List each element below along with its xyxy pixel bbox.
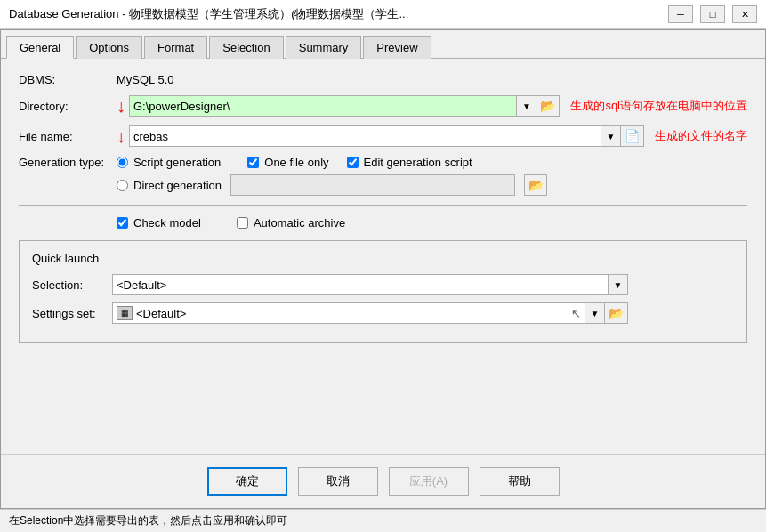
quick-launch-title: Quick launch (32, 252, 734, 265)
direct-generation-row: Direct generation 📂 (117, 174, 547, 196)
direct-generation-radio[interactable] (117, 180, 128, 191)
script-generation-radio[interactable] (117, 157, 128, 168)
ql-settings-input-wrap: ▦ <Default> ↖ ▼ 📂 (112, 302, 628, 324)
apply-button[interactable]: 应用(A) (389, 467, 469, 496)
tab-bar: General Options Format Selection Summary… (1, 30, 765, 59)
tab-general[interactable]: General (6, 36, 74, 59)
generation-type-label: Generation type: (19, 156, 117, 169)
check-model-label: Check model (133, 216, 201, 230)
settings-icon: ▦ (117, 306, 133, 320)
ql-selection-label: Selection: (32, 278, 112, 292)
filename-label: File name: (19, 130, 117, 143)
help-button[interactable]: 帮助 (480, 467, 560, 496)
directory-input-group: ▼ 📂 (129, 95, 560, 117)
tab-selection[interactable]: Selection (209, 36, 283, 59)
script-checkboxes: One file only Edit generation script (247, 156, 472, 169)
one-file-only-checkbox[interactable] (247, 157, 259, 168)
window-controls: ─ □ ✕ (668, 5, 757, 23)
directory-browse-button[interactable]: 📂 (536, 95, 560, 117)
direct-generation-input[interactable] (230, 174, 515, 196)
directory-row: Directory: ↓ ▼ 📂 生成的sql语句存放在电脑中的位置 (19, 95, 747, 117)
generation-type-options: Script generation One file only Edit gen… (117, 156, 547, 196)
ql-settings-browse-button[interactable]: 📂 (605, 302, 628, 324)
automatic-archive-label: Automatic archive (254, 216, 345, 230)
ok-button[interactable]: 确定 (207, 467, 287, 496)
automatic-archive-checkbox[interactable] (237, 217, 248, 229)
ql-settings-dropdown-button[interactable]: ▼ (585, 302, 605, 324)
filename-input-group: ▼ 📄 (129, 125, 644, 147)
dialog: General Options Format Selection Summary… (0, 29, 766, 509)
filename-input[interactable] (129, 125, 601, 147)
edit-generation-script-label: Edit generation script (364, 156, 472, 169)
one-file-only-label: One file only (264, 156, 328, 169)
window-title: Database Generation - 物理数据模型（学生管理系统）(物理数… (9, 6, 408, 22)
dbms-row: DBMS: MySQL 5.0 (19, 73, 747, 86)
tab-format[interactable]: Format (144, 36, 207, 59)
automatic-archive-item: Automatic archive (237, 216, 345, 230)
edit-gen-script-item: Edit generation script (347, 156, 472, 169)
directory-note: 生成的sql语句存放在电脑中的位置 (570, 98, 747, 114)
minimize-button[interactable]: ─ (668, 5, 693, 23)
script-generation-label: Script generation (133, 156, 221, 169)
dbms-value: MySQL 5.0 (117, 73, 174, 86)
ql-selection-input[interactable] (112, 274, 609, 295)
filename-dropdown-button[interactable]: ▼ (601, 125, 621, 147)
ql-settings-value: <Default> (136, 307, 186, 320)
tab-options[interactable]: Options (76, 36, 142, 59)
close-button[interactable]: ✕ (732, 5, 757, 23)
script-generation-row: Script generation One file only Edit gen… (117, 156, 547, 169)
filename-arrow-icon: ↓ (117, 126, 125, 147)
cancel-button[interactable]: 取消 (298, 467, 378, 496)
dbms-label: DBMS: (19, 73, 117, 86)
separator-1 (19, 205, 747, 206)
generation-type-row: Generation type: Script generation One f… (19, 156, 747, 196)
check-model-row: Check model Automatic archive (117, 216, 747, 230)
ql-selection-dropdown-button[interactable]: ▼ (609, 274, 628, 295)
ql-selection-input-wrap: ▼ (112, 274, 628, 295)
directory-dropdown-button[interactable]: ▼ (517, 95, 536, 117)
dialog-content: DBMS: MySQL 5.0 Directory: ↓ ▼ 📂 生成的sql语… (1, 59, 765, 454)
filename-row: File name: ↓ ▼ 📄 生成的文件的名字 (19, 125, 747, 147)
quick-launch-box: Quick launch Selection: ▼ Settings set: … (19, 240, 747, 343)
check-model-checkbox[interactable] (117, 217, 128, 229)
ql-settings-row: Settings set: ▦ <Default> ↖ ▼ 📂 (32, 302, 734, 324)
tab-preview[interactable]: Preview (363, 36, 431, 59)
direct-generation-label: Direct generation (133, 179, 222, 192)
title-bar: Database Generation - 物理数据模型（学生管理系统）(物理数… (0, 0, 766, 29)
maximize-button[interactable]: □ (700, 5, 725, 23)
directory-label: Directory: (19, 100, 117, 113)
tab-summary[interactable]: Summary (286, 36, 362, 59)
one-file-only-item: One file only (247, 156, 328, 169)
cursor-indicator: ↖ (571, 307, 581, 320)
script-radio-row: Script generation (117, 156, 221, 169)
directory-input[interactable] (129, 95, 517, 117)
ql-settings-input-display: ▦ <Default> ↖ (112, 302, 585, 324)
filename-browse-button[interactable]: 📄 (621, 125, 644, 147)
button-row: 确定 取消 应用(A) 帮助 (1, 454, 765, 508)
status-bar: 在Selection中选择需要导出的表，然后点击应用和确认即可 (0, 509, 766, 532)
status-text: 在Selection中选择需要导出的表，然后点击应用和确认即可 (9, 514, 287, 527)
filename-note: 生成的文件的名字 (655, 128, 747, 144)
direct-radio-row: Direct generation (117, 179, 222, 192)
ql-settings-label: Settings set: (32, 307, 112, 320)
ql-selection-row: Selection: ▼ (32, 274, 734, 295)
check-model-item: Check model (117, 216, 201, 230)
directory-arrow-icon: ↓ (117, 96, 125, 117)
direct-browse-button[interactable]: 📂 (524, 174, 547, 196)
edit-generation-script-checkbox[interactable] (347, 157, 359, 168)
